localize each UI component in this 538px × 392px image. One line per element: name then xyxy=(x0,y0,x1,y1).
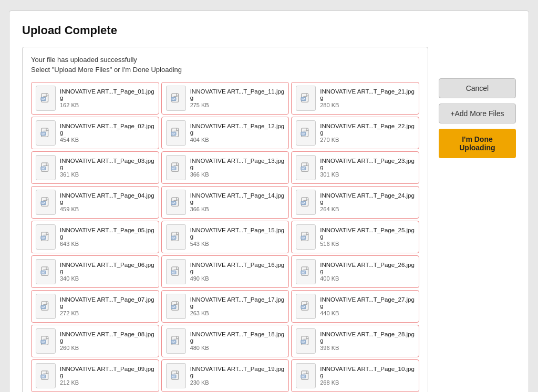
file-ext: g xyxy=(190,372,285,378)
file-info: INNOVATIVE ART...T_Page_14.jpg g 366 KB xyxy=(190,192,285,212)
file-size: 400 KB xyxy=(320,275,415,282)
file-thumbnail xyxy=(166,155,186,180)
file-name: INNOVATIVE ART...T_Page_21.jpg xyxy=(320,88,415,95)
file-size: 366 KB xyxy=(190,206,285,212)
svg-rect-5 xyxy=(301,97,306,100)
file-item: INNOVATIVE ART...T_Page_21.jpg g 280 KB xyxy=(291,82,419,115)
file-info: INNOVATIVE ART...T_Page_25.jpg g 516 KB xyxy=(320,227,415,247)
file-item: INNOVATIVE ART...T_Page_11.jpg g 275 KB xyxy=(161,82,289,115)
file-item: INNOVATIVE ART...T_Page_16.jpg g 490 KB xyxy=(161,255,289,288)
file-ext: g xyxy=(60,268,154,274)
file-name: INNOVATIVE ART...T_Page_18.jpg xyxy=(190,331,285,337)
file-size: 340 KB xyxy=(60,275,154,282)
file-name: INNOVATIVE ART...T_Page_12.jpg xyxy=(190,123,285,129)
file-size: 361 KB xyxy=(60,171,154,178)
file-name: INNOVATIVE ART...T_Page_13.jpg xyxy=(190,158,285,164)
file-ext: g xyxy=(60,95,154,101)
file-thumbnail xyxy=(166,86,186,111)
svg-rect-45 xyxy=(171,340,175,343)
file-item: INNOVATIVE ART...T_Page_03.jpg g 361 KB xyxy=(31,151,159,184)
file-info: INNOVATIVE ART...T_Page_17.jpg g 263 KB xyxy=(190,296,285,316)
file-name: INNOVATIVE ART...T_Page_28.jpg xyxy=(320,331,415,337)
sidebar: Cancel +Add More Files I'm Done Uploadin… xyxy=(439,47,516,392)
file-item: INNOVATIVE ART...T_Page_17.jpg g 263 KB xyxy=(161,290,289,323)
status-line2: Select "Upload More Files" or I'm Done U… xyxy=(31,66,419,74)
file-ext: g xyxy=(320,233,415,240)
file-size: 268 KB xyxy=(320,379,415,386)
file-item: INNOVATIVE ART...T_Page_18.jpg g 480 KB xyxy=(161,325,289,357)
file-info: INNOVATIVE ART...T_Page_02.jpg g 454 KB xyxy=(60,123,154,143)
file-info: INNOVATIVE ART...T_Page_27.jpg g 440 KB xyxy=(320,296,415,316)
file-size: 543 KB xyxy=(190,241,285,247)
file-name: INNOVATIVE ART...T_Page_04.jpg xyxy=(60,192,154,199)
file-ext: g xyxy=(190,268,285,274)
file-thumbnail xyxy=(166,259,186,284)
svg-rect-35 xyxy=(301,271,306,274)
file-name: INNOVATIVE ART...T_Page_10.jpg xyxy=(320,366,415,372)
file-thumbnail xyxy=(36,120,56,146)
file-ext: g xyxy=(320,303,415,309)
file-thumbnail xyxy=(296,120,316,146)
status-line1: Your file has uploaded successfully xyxy=(31,56,419,64)
file-thumbnail xyxy=(36,259,56,284)
file-thumbnail xyxy=(296,86,316,111)
file-item: INNOVATIVE ART...T_Page_13.jpg g 366 KB xyxy=(161,151,289,184)
file-name: INNOVATIVE ART...T_Page_26.jpg xyxy=(320,262,415,268)
file-thumbnail xyxy=(166,363,186,388)
file-thumbnail xyxy=(36,294,56,319)
file-ext: g xyxy=(320,95,415,101)
svg-rect-31 xyxy=(41,271,46,274)
file-name: INNOVATIVE ART...T_Page_22.jpg xyxy=(320,123,415,129)
file-thumbnail xyxy=(36,328,56,354)
file-size: 280 KB xyxy=(320,102,415,108)
file-size: 275 KB xyxy=(190,102,285,108)
cancel-button[interactable]: Cancel xyxy=(439,78,516,98)
svg-rect-39 xyxy=(171,305,175,308)
file-thumbnail xyxy=(36,155,56,180)
file-item: INNOVATIVE ART...T_Page_15.jpg g 543 KB xyxy=(161,221,289,253)
file-info: INNOVATIVE ART...T_Page_23.jpg g 301 KB xyxy=(320,158,415,178)
main-layout: Your file has uploaded successfully Sele… xyxy=(22,47,516,392)
svg-rect-9 xyxy=(171,132,175,135)
svg-rect-41 xyxy=(301,305,306,308)
file-size: 263 KB xyxy=(190,310,285,316)
file-item: INNOVATIVE ART...T_Page_22.jpg g 270 KB xyxy=(291,117,419,149)
svg-rect-25 xyxy=(41,236,46,239)
file-item: INNOVATIVE ART...T_Page_02.jpg g 454 KB xyxy=(31,117,159,149)
file-item: INNOVATIVE ART...T_Page_14.jpg g 366 KB xyxy=(161,186,289,219)
file-name: INNOVATIVE ART...T_Page_25.jpg xyxy=(320,227,415,233)
file-info: INNOVATIVE ART...T_Page_15.jpg g 543 KB xyxy=(190,227,285,247)
file-ext: g xyxy=(320,372,415,378)
file-info: INNOVATIVE ART...T_Page_22.jpg g 270 KB xyxy=(320,123,415,143)
file-size: 440 KB xyxy=(320,310,415,316)
file-info: INNOVATIVE ART...T_Page_08.jpg g 260 KB xyxy=(60,331,154,351)
file-size: 404 KB xyxy=(190,137,285,143)
file-thumbnail xyxy=(296,328,316,354)
file-ext: g xyxy=(60,233,154,240)
svg-rect-15 xyxy=(171,167,175,170)
file-size: 643 KB xyxy=(60,241,154,247)
file-info: INNOVATIVE ART...T_Page_10.jpg g 268 KB xyxy=(320,366,415,386)
file-item: INNOVATIVE ART...T_Page_05.jpg g 643 KB xyxy=(31,221,159,253)
done-uploading-button[interactable]: I'm Done Uploading xyxy=(439,129,516,158)
file-size: 459 KB xyxy=(60,206,154,212)
file-item: INNOVATIVE ART...T_Page_19.jpg g 230 KB xyxy=(161,359,289,392)
file-name: INNOVATIVE ART...T_Page_11.jpg xyxy=(190,88,285,95)
file-info: INNOVATIVE ART...T_Page_11.jpg g 275 KB xyxy=(190,88,285,108)
file-name: INNOVATIVE ART...T_Page_23.jpg xyxy=(320,158,415,164)
file-item: INNOVATIVE ART...T_Page_28.jpg g 396 KB xyxy=(291,325,419,357)
file-item: INNOVATIVE ART...T_Page_27.jpg g 440 KB xyxy=(291,290,419,323)
file-ext: g xyxy=(320,164,415,170)
file-info: INNOVATIVE ART...T_Page_09.jpg g 212 KB xyxy=(60,366,154,386)
file-size: 264 KB xyxy=(320,206,415,212)
svg-rect-7 xyxy=(41,132,46,135)
svg-rect-33 xyxy=(171,271,175,274)
svg-rect-51 xyxy=(171,375,175,378)
svg-rect-43 xyxy=(41,340,46,343)
file-size: 454 KB xyxy=(60,137,154,143)
add-more-files-button[interactable]: +Add More Files xyxy=(439,104,516,123)
file-item: INNOVATIVE ART...T_Page_08.jpg g 260 KB xyxy=(31,325,159,357)
file-info: INNOVATIVE ART...T_Page_28.jpg g 396 KB xyxy=(320,331,415,351)
page-title: Upload Complete xyxy=(22,24,516,37)
svg-rect-13 xyxy=(41,167,46,170)
